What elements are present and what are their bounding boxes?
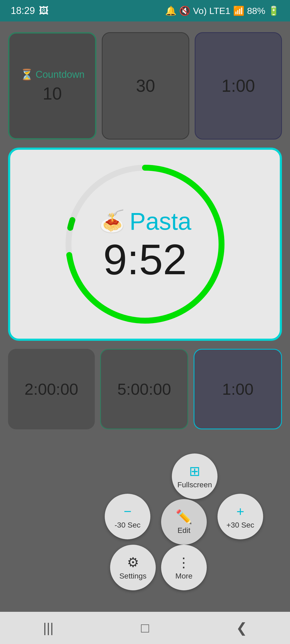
home-button[interactable]: □ [132, 620, 158, 636]
screenshot-icon: 🖼 [39, 5, 49, 16]
settings-label: Settings [119, 572, 146, 580]
timer-label: Pasta [129, 208, 191, 235]
settings-button[interactable]: ⚙ Settings [110, 545, 156, 590]
navigation-bar: ||| □ ❮ [0, 612, 290, 644]
edit-icon: ✏️ [176, 509, 192, 525]
timer-inner: 🍝 Pasta 9:52 [99, 208, 191, 281]
mute-icon: 🔇 [179, 5, 190, 16]
status-right: 🔔 🔇 Vo) LTE1 📶 88% 🔋 [165, 5, 279, 16]
back-button[interactable]: ❮ [228, 620, 255, 636]
fullscreen-label: Fullscreen [177, 481, 212, 489]
recents-icon: ||| [43, 620, 54, 636]
back-icon: ❮ [236, 620, 247, 636]
main-timer-container[interactable]: 🍝 Pasta 9:52 [8, 148, 282, 341]
fullscreen-button[interactable]: ⊞ Fullscreen [172, 453, 218, 499]
settings-icon: ⚙ [127, 555, 139, 570]
plus-30-button[interactable]: + +30 Sec [218, 494, 263, 539]
timer-circle-wrapper: 🍝 Pasta 9:52 [62, 161, 228, 327]
minus-icon: − [124, 504, 131, 519]
minus-30-button[interactable]: − -30 Sec [105, 494, 150, 539]
signal-bars-icon: 📶 [233, 5, 244, 16]
card-header-countdown: ⏳ Countdown [20, 68, 85, 81]
notification-icon: 🔔 [165, 5, 176, 16]
more-label: More [175, 572, 193, 580]
timer-card-30[interactable]: 30 [102, 32, 189, 140]
timer-label-row: 🍝 Pasta [99, 208, 191, 235]
bottom-timer-extra-time: 1:00 [222, 380, 253, 398]
timer-30-time: 30 [136, 76, 155, 96]
more-button[interactable]: ⋮ More [161, 545, 207, 590]
countdown-time: 10 [43, 84, 62, 104]
battery-display: 88% [247, 6, 265, 16]
top-timer-cards-row: ⏳ Countdown 10 30 1:00 [8, 32, 282, 140]
timer-time-display: 9:52 [103, 238, 187, 281]
bottom-card-500[interactable]: 5:00:00 [100, 349, 189, 429]
main-content: ⏳ Countdown 10 30 1:00 [0, 21, 290, 612]
recents-button[interactable]: ||| [35, 620, 62, 636]
bottom-card-extra[interactable]: 1:00 [194, 349, 282, 429]
plus-30-label: +30 Sec [226, 521, 254, 529]
plus-icon: + [236, 504, 244, 519]
bottom-timer-200-time: 2:00:00 [24, 380, 78, 398]
bottom-timer-cards-row: 2:00:00 5:00:00 1:00 [8, 349, 282, 429]
minus-30-label: -30 Sec [115, 521, 141, 529]
battery-icon: 🔋 [268, 5, 279, 16]
edit-button[interactable]: ✏️ Edit [161, 499, 207, 545]
timer-card-100[interactable]: 1:00 [195, 32, 282, 140]
time-display: 18:29 [11, 5, 35, 16]
bottom-card-200[interactable]: 2:00:00 [8, 349, 95, 429]
signal-display: Vo) LTE1 [193, 6, 230, 16]
timer-100-time: 1:00 [222, 76, 255, 96]
hourglass-icon: ⏳ [20, 68, 34, 81]
pasta-emoji-icon: 🍝 [99, 209, 125, 234]
home-icon: □ [141, 620, 149, 636]
status-bar: 18:29 🖼 🔔 🔇 Vo) LTE1 📶 88% 🔋 [0, 0, 290, 21]
countdown-label: Countdown [36, 69, 85, 80]
timer-card-countdown-10[interactable]: ⏳ Countdown 10 [8, 32, 96, 140]
more-icon: ⋮ [177, 555, 191, 570]
status-left: 18:29 🖼 [11, 5, 49, 16]
edit-label: Edit [177, 526, 190, 535]
bottom-timer-500-time: 5:00:00 [117, 380, 171, 398]
fullscreen-icon: ⊞ [189, 463, 200, 479]
